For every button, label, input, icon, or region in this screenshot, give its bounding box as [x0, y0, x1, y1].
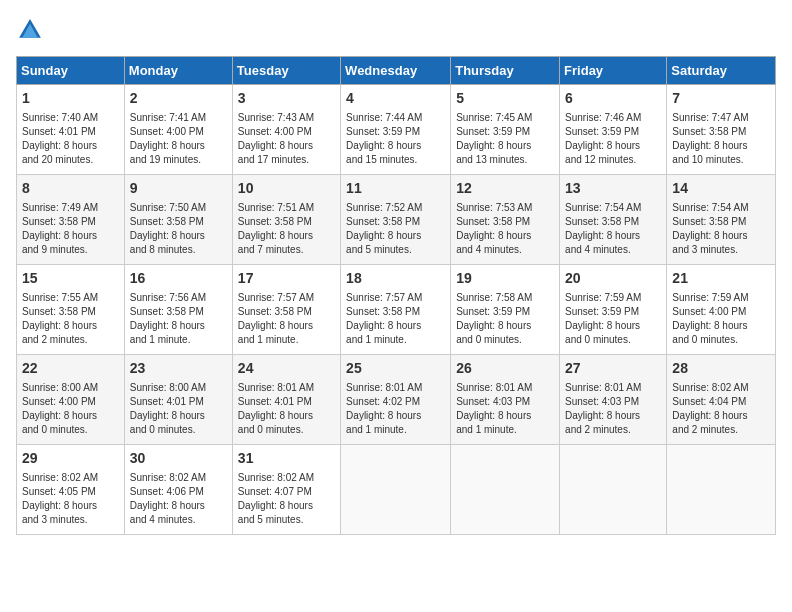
calendar-day-30: 30Sunrise: 8:02 AM Sunset: 4:06 PM Dayli… — [124, 445, 232, 535]
dow-header-saturday: Saturday — [667, 57, 776, 85]
day-number: 7 — [672, 89, 770, 109]
day-number: 16 — [130, 269, 227, 289]
day-info: Sunrise: 8:01 AM Sunset: 4:03 PM Dayligh… — [565, 381, 661, 437]
day-info: Sunrise: 7:57 AM Sunset: 3:58 PM Dayligh… — [238, 291, 335, 347]
calendar-day-10: 10Sunrise: 7:51 AM Sunset: 3:58 PM Dayli… — [232, 175, 340, 265]
day-info: Sunrise: 8:01 AM Sunset: 4:03 PM Dayligh… — [456, 381, 554, 437]
day-number: 3 — [238, 89, 335, 109]
calendar-day-27: 27Sunrise: 8:01 AM Sunset: 4:03 PM Dayli… — [560, 355, 667, 445]
day-info: Sunrise: 7:52 AM Sunset: 3:58 PM Dayligh… — [346, 201, 445, 257]
day-number: 21 — [672, 269, 770, 289]
day-number: 30 — [130, 449, 227, 469]
logo-icon — [16, 16, 44, 44]
calendar-day-13: 13Sunrise: 7:54 AM Sunset: 3:58 PM Dayli… — [560, 175, 667, 265]
calendar-day-3: 3Sunrise: 7:43 AM Sunset: 4:00 PM Daylig… — [232, 85, 340, 175]
day-info: Sunrise: 7:55 AM Sunset: 3:58 PM Dayligh… — [22, 291, 119, 347]
calendar-day-1: 1Sunrise: 7:40 AM Sunset: 4:01 PM Daylig… — [17, 85, 125, 175]
day-number: 17 — [238, 269, 335, 289]
day-info: Sunrise: 7:51 AM Sunset: 3:58 PM Dayligh… — [238, 201, 335, 257]
day-number: 20 — [565, 269, 661, 289]
day-info: Sunrise: 8:00 AM Sunset: 4:01 PM Dayligh… — [130, 381, 227, 437]
calendar-day-5: 5Sunrise: 7:45 AM Sunset: 3:59 PM Daylig… — [451, 85, 560, 175]
day-info: Sunrise: 7:45 AM Sunset: 3:59 PM Dayligh… — [456, 111, 554, 167]
calendar-day-20: 20Sunrise: 7:59 AM Sunset: 3:59 PM Dayli… — [560, 265, 667, 355]
day-number: 26 — [456, 359, 554, 379]
day-number: 31 — [238, 449, 335, 469]
day-number: 28 — [672, 359, 770, 379]
day-number: 29 — [22, 449, 119, 469]
empty-cell — [341, 445, 451, 535]
calendar-day-11: 11Sunrise: 7:52 AM Sunset: 3:58 PM Dayli… — [341, 175, 451, 265]
dow-header-friday: Friday — [560, 57, 667, 85]
calendar-day-28: 28Sunrise: 8:02 AM Sunset: 4:04 PM Dayli… — [667, 355, 776, 445]
day-number: 6 — [565, 89, 661, 109]
day-info: Sunrise: 7:53 AM Sunset: 3:58 PM Dayligh… — [456, 201, 554, 257]
day-number: 19 — [456, 269, 554, 289]
day-number: 27 — [565, 359, 661, 379]
logo — [16, 16, 48, 44]
day-info: Sunrise: 8:01 AM Sunset: 4:02 PM Dayligh… — [346, 381, 445, 437]
calendar-day-9: 9Sunrise: 7:50 AM Sunset: 3:58 PM Daylig… — [124, 175, 232, 265]
day-number: 8 — [22, 179, 119, 199]
day-number: 9 — [130, 179, 227, 199]
day-number: 18 — [346, 269, 445, 289]
day-info: Sunrise: 7:41 AM Sunset: 4:00 PM Dayligh… — [130, 111, 227, 167]
day-number: 22 — [22, 359, 119, 379]
day-number: 11 — [346, 179, 445, 199]
day-info: Sunrise: 7:46 AM Sunset: 3:59 PM Dayligh… — [565, 111, 661, 167]
calendar-day-17: 17Sunrise: 7:57 AM Sunset: 3:58 PM Dayli… — [232, 265, 340, 355]
day-info: Sunrise: 7:44 AM Sunset: 3:59 PM Dayligh… — [346, 111, 445, 167]
dow-header-monday: Monday — [124, 57, 232, 85]
calendar-day-23: 23Sunrise: 8:00 AM Sunset: 4:01 PM Dayli… — [124, 355, 232, 445]
day-info: Sunrise: 7:47 AM Sunset: 3:58 PM Dayligh… — [672, 111, 770, 167]
day-info: Sunrise: 7:49 AM Sunset: 3:58 PM Dayligh… — [22, 201, 119, 257]
day-number: 2 — [130, 89, 227, 109]
day-info: Sunrise: 8:02 AM Sunset: 4:04 PM Dayligh… — [672, 381, 770, 437]
day-info: Sunrise: 8:00 AM Sunset: 4:00 PM Dayligh… — [22, 381, 119, 437]
day-info: Sunrise: 7:54 AM Sunset: 3:58 PM Dayligh… — [672, 201, 770, 257]
calendar-day-26: 26Sunrise: 8:01 AM Sunset: 4:03 PM Dayli… — [451, 355, 560, 445]
calendar-day-14: 14Sunrise: 7:54 AM Sunset: 3:58 PM Dayli… — [667, 175, 776, 265]
day-info: Sunrise: 8:02 AM Sunset: 4:06 PM Dayligh… — [130, 471, 227, 527]
dow-header-thursday: Thursday — [451, 57, 560, 85]
calendar-table: SundayMondayTuesdayWednesdayThursdayFrid… — [16, 56, 776, 535]
day-number: 13 — [565, 179, 661, 199]
dow-header-tuesday: Tuesday — [232, 57, 340, 85]
day-info: Sunrise: 7:56 AM Sunset: 3:58 PM Dayligh… — [130, 291, 227, 347]
day-info: Sunrise: 7:43 AM Sunset: 4:00 PM Dayligh… — [238, 111, 335, 167]
empty-cell — [451, 445, 560, 535]
day-info: Sunrise: 7:58 AM Sunset: 3:59 PM Dayligh… — [456, 291, 554, 347]
calendar-day-16: 16Sunrise: 7:56 AM Sunset: 3:58 PM Dayli… — [124, 265, 232, 355]
calendar-day-6: 6Sunrise: 7:46 AM Sunset: 3:59 PM Daylig… — [560, 85, 667, 175]
day-number: 14 — [672, 179, 770, 199]
day-info: Sunrise: 7:59 AM Sunset: 4:00 PM Dayligh… — [672, 291, 770, 347]
calendar-day-21: 21Sunrise: 7:59 AM Sunset: 4:00 PM Dayli… — [667, 265, 776, 355]
day-info: Sunrise: 7:40 AM Sunset: 4:01 PM Dayligh… — [22, 111, 119, 167]
dow-header-sunday: Sunday — [17, 57, 125, 85]
calendar-day-19: 19Sunrise: 7:58 AM Sunset: 3:59 PM Dayli… — [451, 265, 560, 355]
calendar-day-24: 24Sunrise: 8:01 AM Sunset: 4:01 PM Dayli… — [232, 355, 340, 445]
calendar-day-29: 29Sunrise: 8:02 AM Sunset: 4:05 PM Dayli… — [17, 445, 125, 535]
day-info: Sunrise: 8:02 AM Sunset: 4:07 PM Dayligh… — [238, 471, 335, 527]
day-number: 24 — [238, 359, 335, 379]
day-number: 12 — [456, 179, 554, 199]
calendar-day-22: 22Sunrise: 8:00 AM Sunset: 4:00 PM Dayli… — [17, 355, 125, 445]
calendar-day-7: 7Sunrise: 7:47 AM Sunset: 3:58 PM Daylig… — [667, 85, 776, 175]
day-number: 23 — [130, 359, 227, 379]
day-number: 4 — [346, 89, 445, 109]
calendar-day-25: 25Sunrise: 8:01 AM Sunset: 4:02 PM Dayli… — [341, 355, 451, 445]
calendar-day-15: 15Sunrise: 7:55 AM Sunset: 3:58 PM Dayli… — [17, 265, 125, 355]
day-info: Sunrise: 7:57 AM Sunset: 3:58 PM Dayligh… — [346, 291, 445, 347]
calendar-day-4: 4Sunrise: 7:44 AM Sunset: 3:59 PM Daylig… — [341, 85, 451, 175]
day-number: 10 — [238, 179, 335, 199]
empty-cell — [667, 445, 776, 535]
empty-cell — [560, 445, 667, 535]
day-number: 1 — [22, 89, 119, 109]
calendar-day-31: 31Sunrise: 8:02 AM Sunset: 4:07 PM Dayli… — [232, 445, 340, 535]
calendar-day-12: 12Sunrise: 7:53 AM Sunset: 3:58 PM Dayli… — [451, 175, 560, 265]
day-info: Sunrise: 8:02 AM Sunset: 4:05 PM Dayligh… — [22, 471, 119, 527]
day-number: 25 — [346, 359, 445, 379]
day-info: Sunrise: 7:54 AM Sunset: 3:58 PM Dayligh… — [565, 201, 661, 257]
calendar-day-8: 8Sunrise: 7:49 AM Sunset: 3:58 PM Daylig… — [17, 175, 125, 265]
day-info: Sunrise: 7:50 AM Sunset: 3:58 PM Dayligh… — [130, 201, 227, 257]
